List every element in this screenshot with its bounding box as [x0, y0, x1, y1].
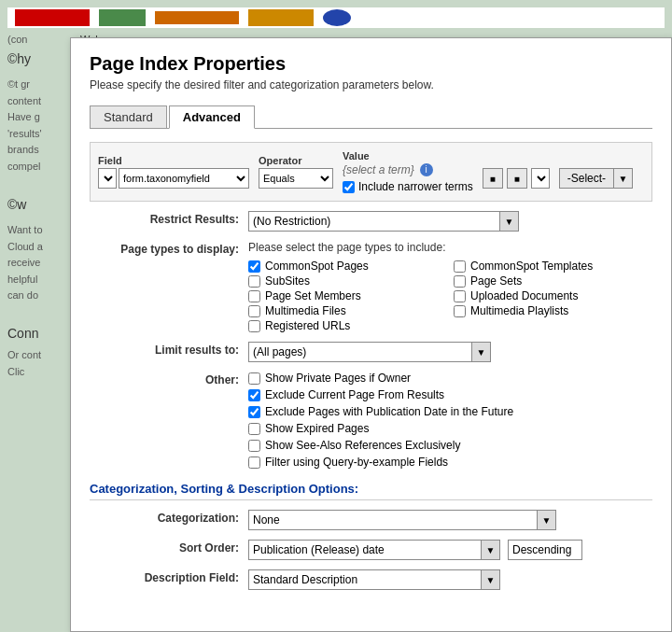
- other-filter-qbe: Filter using Query-by-example Fields: [248, 456, 652, 469]
- limit-results-control: ▼: [248, 342, 652, 362]
- field-arrow-select[interactable]: ▼: [98, 168, 117, 189]
- sort-order-input[interactable]: [248, 540, 482, 560]
- page-types-row: Page types to display: Please select the…: [90, 241, 652, 332]
- info-icon[interactable]: i: [420, 163, 433, 176]
- cb-page-set-members[interactable]: [248, 290, 260, 302]
- categorization-section-heading: Categorization, Sorting & Description Op…: [90, 482, 652, 500]
- cb-subsites[interactable]: [248, 275, 260, 288]
- operator-select[interactable]: Equals: [259, 168, 333, 189]
- cb-commonspot-templates[interactable]: [454, 260, 466, 273]
- label-exclude-current: Exclude Current Page From Results: [265, 388, 444, 401]
- restrict-results-label: Restrict Results:: [90, 211, 239, 226]
- other-exclude-current: Exclude Current Page From Results: [248, 388, 652, 401]
- tab-standard[interactable]: Standard: [90, 105, 167, 129]
- restrict-results-input[interactable]: [248, 211, 500, 232]
- include-narrower-terms-checkbox[interactable]: [343, 181, 355, 193]
- filter-field-col: Field ▼ form.taxonomyfield: [98, 155, 249, 189]
- modal-title: Page Index Properties: [90, 53, 652, 75]
- sort-order-label: Sort Order:: [90, 540, 239, 555]
- limit-results-arrow[interactable]: ▼: [472, 342, 491, 362]
- label-show-see-also: Show See-Also References Exclusively: [265, 439, 460, 452]
- page-types-container: Please select the page types to include:…: [248, 241, 652, 332]
- limit-results-input[interactable]: [248, 342, 472, 362]
- label-page-set-members: Page Set Members: [265, 289, 361, 302]
- sort-direction-dropdown: [508, 540, 582, 560]
- cb-exclude-current[interactable]: [248, 389, 260, 401]
- edit-icon-btn[interactable]: ■: [483, 168, 503, 189]
- restrict-results-control: ▼: [248, 211, 652, 232]
- cb-uploaded-documents[interactable]: [454, 290, 466, 302]
- value-dropdown[interactable]: ▼: [531, 168, 550, 189]
- label-commonspot-pages: CommonSpot Pages: [265, 260, 369, 273]
- label-filter-qbe: Filter using Query-by-example Fields: [265, 456, 448, 469]
- filter-value-col: Value {select a term} i Include narrower…: [343, 150, 473, 193]
- page-types-grid: CommonSpot Pages CommonSpot Templates Su…: [248, 260, 652, 332]
- description-field-row: Description Field: ▼: [90, 569, 652, 590]
- page-types-intro: Please select the page types to include:: [248, 241, 652, 254]
- limit-results-label: Limit results to:: [90, 342, 239, 357]
- top-bar: [7, 7, 665, 28]
- sort-order-arrow[interactable]: ▼: [482, 540, 500, 560]
- tab-advanced[interactable]: Advanced: [169, 105, 255, 129]
- other-show-see-also: Show See-Also References Exclusively: [248, 439, 652, 452]
- categorization-label: Categorization:: [90, 510, 239, 525]
- other-checkboxes: Show Private Pages if Owner Exclude Curr…: [248, 372, 652, 469]
- label-uploaded-documents: Uploaded Documents: [470, 289, 578, 302]
- other-show-expired: Show Expired Pages: [248, 422, 652, 435]
- page-type-subsites: SubSites: [248, 274, 435, 288]
- label-commonspot-templates: CommonSpot Templates: [470, 260, 593, 273]
- include-narrower-terms-row: Include narrower terms: [343, 180, 473, 193]
- cb-commonspot-pages[interactable]: [248, 260, 260, 273]
- description-field-arrow[interactable]: ▼: [482, 569, 500, 590]
- restrict-results-arrow[interactable]: ▼: [500, 211, 519, 232]
- cb-filter-qbe[interactable]: [248, 456, 260, 469]
- other-row: Other: Show Private Pages if Owner Exclu…: [90, 372, 652, 469]
- cb-show-see-also[interactable]: [248, 440, 260, 452]
- other-label: Other:: [90, 372, 239, 386]
- description-field-control: ▼: [248, 569, 652, 590]
- cb-multimedia-files[interactable]: [248, 305, 260, 317]
- page-type-uploaded-documents: Uploaded Documents: [454, 289, 640, 302]
- description-field-input[interactable]: [248, 569, 482, 590]
- folder-icon-btn[interactable]: ■: [507, 168, 527, 189]
- field-select[interactable]: form.taxonomyfield: [119, 168, 249, 189]
- categorization-arrow[interactable]: ▼: [538, 510, 556, 530]
- select-dropdown-arrow[interactable]: ▼: [614, 168, 633, 189]
- cb-show-private[interactable]: [248, 372, 260, 385]
- label-subsites: SubSites: [265, 274, 310, 288]
- label-multimedia-files: Multimedia Files: [265, 304, 346, 317]
- categorization-input[interactable]: [248, 510, 538, 530]
- operator-label: Operator: [259, 155, 333, 166]
- page-type-multimedia-playlists: Multimedia Playlists: [454, 304, 640, 317]
- logo-4: [248, 9, 314, 26]
- label-registered-urls: Registered URLs: [265, 319, 350, 332]
- page-type-multimedia-files: Multimedia Files: [248, 304, 435, 317]
- cb-page-sets[interactable]: [454, 275, 466, 288]
- sort-order-dropdown: ▼: [248, 540, 500, 560]
- include-narrower-terms-label: Include narrower terms: [358, 180, 473, 193]
- modal-subtitle: Please specify the desired filter and ca…: [90, 78, 652, 91]
- cb-multimedia-playlists[interactable]: [454, 305, 466, 317]
- page-type-commonspot-pages: CommonSpot Pages: [248, 260, 435, 273]
- page-type-registered-urls: Registered URLs: [248, 319, 435, 332]
- modal-dialog: Page Index Properties Please specify the…: [70, 37, 672, 632]
- description-field-label: Description Field:: [90, 569, 239, 584]
- logo-5: [323, 9, 351, 26]
- page-type-commonspot-templates: CommonSpot Templates: [454, 260, 640, 273]
- page-types-label: Page types to display:: [90, 241, 239, 256]
- cb-registered-urls[interactable]: [248, 320, 260, 332]
- cb-show-expired[interactable]: [248, 423, 260, 435]
- other-exclude-future: Exclude Pages with Publication Date in t…: [248, 405, 652, 418]
- label-multimedia-playlists: Multimedia Playlists: [470, 304, 568, 317]
- sort-direction-input[interactable]: [508, 540, 582, 560]
- value-buttons: ■ ■ ▼: [483, 168, 550, 189]
- cb-exclude-future[interactable]: [248, 406, 260, 418]
- select-button[interactable]: -Select-: [559, 168, 614, 189]
- tabs-container: Standard Advanced: [90, 105, 652, 129]
- categorization-control: ▼: [248, 510, 652, 530]
- bg-sidebar: (con ©hy ©t grcontentHave g'results'bran…: [7, 32, 73, 380]
- form-section: Restrict Results: ▼ Page types to displa…: [90, 211, 652, 590]
- logo-3: [155, 11, 239, 24]
- restrict-results-row: Restrict Results: ▼: [90, 211, 652, 232]
- limit-results-row: Limit results to: ▼: [90, 342, 652, 362]
